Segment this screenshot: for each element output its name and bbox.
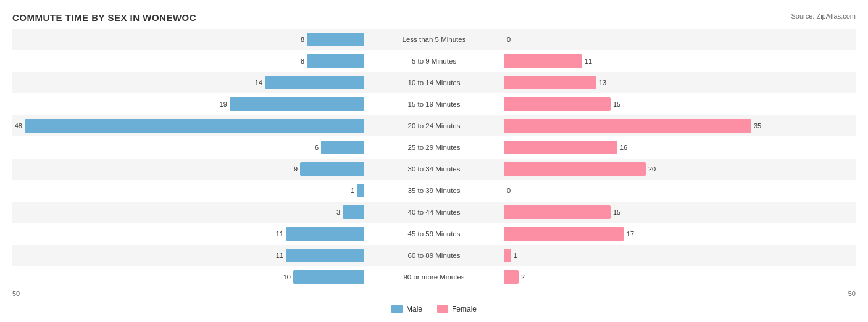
male-bar-container: 6 (12, 141, 364, 154)
left-side: 8 (12, 29, 366, 50)
female-bar (504, 54, 582, 68)
male-bar-container: 9 (12, 162, 364, 176)
right-side: 1 (502, 245, 856, 266)
female-bar-container: 35 (504, 119, 856, 133)
male-value: 19 (220, 101, 227, 108)
male-bar-container: 8 (12, 54, 364, 68)
male-value: 8 (301, 57, 304, 65)
female-bar-container: 16 (504, 141, 856, 154)
female-bar-container: 2 (504, 270, 856, 284)
female-bar-container: 11 (504, 54, 856, 68)
male-bar-container: 48 (12, 119, 364, 133)
male-bar (286, 249, 364, 262)
left-side: 14 (12, 72, 366, 93)
male-value: 8 (301, 36, 304, 43)
male-value: 10 (283, 273, 291, 281)
male-bar (300, 162, 364, 176)
right-side: 35 (502, 115, 856, 136)
axis-left-label: 50 (12, 290, 20, 297)
female-value: 20 (648, 165, 656, 173)
male-value: 9 (294, 165, 298, 173)
left-side: 3 (12, 202, 366, 223)
row-label: 45 to 59 Minutes (366, 230, 502, 237)
male-bar-container: 1 (12, 184, 364, 197)
male-bar (307, 54, 364, 68)
female-value: 13 (599, 79, 606, 86)
male-value: 11 (276, 230, 283, 237)
male-bar-container: 10 (12, 270, 364, 284)
female-bar (504, 270, 519, 284)
female-swatch (437, 305, 448, 313)
male-bar (265, 76, 364, 89)
female-value: 1 (514, 252, 517, 259)
female-bar (504, 76, 596, 89)
right-side: 0 (502, 29, 856, 50)
male-bar-container: 3 (12, 205, 364, 219)
male-bar-container: 8 (12, 33, 364, 46)
table-row: 1160 to 89 Minutes1 (12, 245, 856, 266)
right-side: 13 (502, 72, 856, 93)
axis-labels: 50 50 (12, 290, 856, 297)
male-bar-container: 11 (12, 249, 364, 262)
female-label: Female (452, 305, 477, 313)
right-side: 0 (502, 180, 856, 201)
right-side: 17 (502, 223, 856, 244)
female-bar (504, 227, 624, 241)
male-bar (286, 227, 364, 241)
female-value: 11 (585, 57, 592, 65)
male-value: 48 (15, 122, 22, 130)
left-side: 48 (12, 115, 366, 136)
female-bar-container: 17 (504, 227, 856, 241)
male-bar-container: 19 (12, 97, 364, 111)
row-label: 35 to 39 Minutes (366, 187, 502, 194)
right-side: 16 (502, 137, 856, 158)
male-bar (357, 184, 364, 197)
legend-male: Male (391, 305, 422, 313)
female-value: 35 (754, 122, 761, 130)
legend: Male Female (12, 305, 856, 313)
male-label: Male (406, 305, 422, 313)
row-label: 30 to 34 Minutes (366, 165, 502, 173)
row-label: Less than 5 Minutes (366, 36, 502, 43)
table-row: 1090 or more Minutes2 (12, 266, 856, 287)
table-row: 135 to 39 Minutes0 (12, 180, 856, 201)
table-row: 625 to 29 Minutes16 (12, 137, 856, 158)
right-side: 20 (502, 159, 856, 180)
left-side: 11 (12, 245, 366, 266)
row-label: 20 to 24 Minutes (366, 122, 502, 130)
left-side: 1 (12, 180, 366, 201)
female-bar (504, 249, 511, 262)
table-row: 8Less than 5 Minutes0 (12, 29, 856, 50)
left-side: 19 (12, 94, 366, 115)
male-bar-container: 14 (12, 76, 364, 89)
table-row: 1915 to 19 Minutes15 (12, 94, 856, 115)
right-side: 2 (502, 266, 856, 287)
left-side: 10 (12, 266, 366, 287)
male-value: 11 (276, 252, 283, 259)
female-bar-container: 15 (504, 205, 856, 219)
row-label: 10 to 14 Minutes (366, 79, 502, 86)
table-row: 85 to 9 Minutes11 (12, 51, 856, 72)
female-value: 15 (613, 101, 620, 108)
female-value: 15 (613, 208, 620, 216)
male-value: 3 (336, 208, 340, 216)
male-bar-container: 11 (12, 227, 364, 241)
male-value: 6 (315, 144, 319, 151)
legend-female: Female (437, 305, 477, 313)
female-value: 17 (627, 230, 634, 237)
table-row: 4820 to 24 Minutes35 (12, 115, 856, 136)
female-bar-container: 1 (504, 249, 856, 262)
female-bar-container: 13 (504, 76, 856, 89)
female-value: 0 (507, 36, 511, 43)
male-bar (307, 33, 364, 46)
row-label: 90 or more Minutes (366, 273, 502, 281)
table-row: 930 to 34 Minutes20 (12, 159, 856, 180)
female-value: 16 (620, 144, 627, 151)
row-label: 60 to 89 Minutes (366, 252, 502, 259)
chart-header: COMMUTE TIME BY SEX IN WONEWOC Source: Z… (12, 12, 856, 23)
axis-right-label: 50 (848, 290, 856, 297)
female-bar-container: 0 (504, 184, 856, 197)
female-bar-container: 15 (504, 97, 856, 111)
chart-source: Source: ZipAtlas.com (791, 12, 856, 20)
row-label: 5 to 9 Minutes (366, 57, 502, 65)
